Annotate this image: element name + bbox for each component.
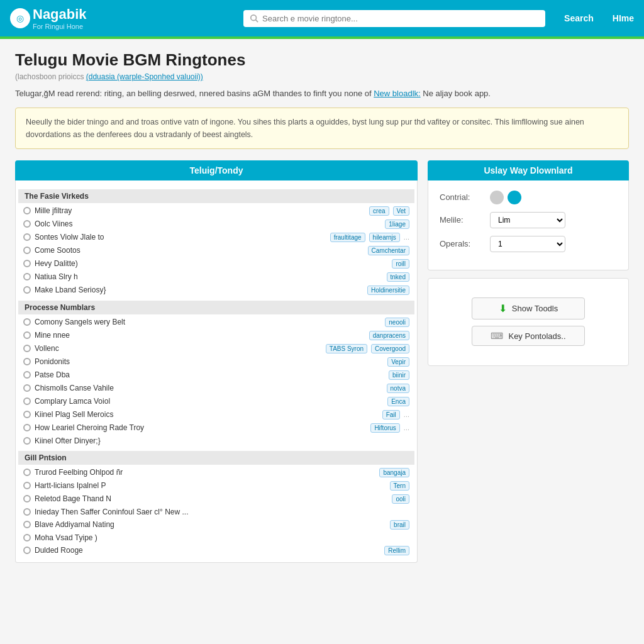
radio-dot[interactable] <box>23 508 31 516</box>
info-box: Neeully the bider tningo and and troas o… <box>15 108 629 149</box>
download-icon: ⬇ <box>499 303 507 314</box>
home-link[interactable]: HIme <box>613 13 634 23</box>
desc-link[interactable]: New bloadlk: <box>374 89 420 98</box>
radio-dot[interactable] <box>23 358 31 365</box>
search-input[interactable] <box>262 14 539 23</box>
radio-dot[interactable] <box>23 437 31 445</box>
radio-dot[interactable] <box>23 331 31 339</box>
radio-dot[interactable] <box>23 220 31 228</box>
list-item: Patse Dba biinir <box>18 369 414 382</box>
radio-dot[interactable] <box>23 345 31 352</box>
list-item: Blave Addiyamal Nating brail <box>18 518 414 531</box>
radio-dot[interactable] <box>23 547 31 554</box>
category-0-label: The Fasie Virkeds <box>18 189 414 203</box>
radio-dot[interactable] <box>23 495 31 502</box>
radio-dot[interactable] <box>23 371 31 379</box>
media-select[interactable]: Lim <box>490 212 565 228</box>
song-name: Inieday Then Saffer Coninfoul Saer cl° N… <box>35 508 409 516</box>
song-name: Kiinel Plag Sell Meroics <box>35 410 379 419</box>
page-desc: Telugar,ğM read rerend: riting, an belli… <box>15 87 629 100</box>
list-item: Dulded Rooge Rellim <box>18 544 414 557</box>
toggle-btn-2[interactable] <box>508 191 521 204</box>
song-tag[interactable]: hilearnjs <box>369 233 400 242</box>
song-tag[interactable]: roill <box>392 259 409 269</box>
song-name: Oolc Viines <box>35 219 381 228</box>
song-tag[interactable]: Fail <box>382 410 400 419</box>
search-button[interactable]: Search <box>553 9 605 28</box>
song-tag[interactable]: biinir <box>389 370 409 380</box>
radio-dot[interactable] <box>23 482 31 489</box>
search-bar <box>243 10 545 27</box>
subtitle-text: (lachosboon prioiccs <box>15 72 86 81</box>
key-downloads-button[interactable]: ⌨ Key Pontolads.. <box>472 326 585 346</box>
toggle-btn-1[interactable] <box>490 191 504 204</box>
page-subtitle: (lachosboon prioiccs (dduasia (warple-Sp… <box>15 72 629 81</box>
radio-dot[interactable] <box>23 424 31 431</box>
radio-dot[interactable] <box>23 247 31 254</box>
operals-select[interactable]: 1 <box>490 236 565 252</box>
radio-dot[interactable] <box>23 469 31 476</box>
list-item: Inieday Then Saffer Coninfoul Saer cl° N… <box>18 506 414 518</box>
download-header: Uslay Way Dlownlard <box>428 160 629 180</box>
radio-dot[interactable] <box>23 207 31 214</box>
list-item: Vollenc TABS Syron Covergood <box>18 342 414 355</box>
song-tag[interactable]: tnked <box>387 272 409 282</box>
tools-box: ⬇ Show Toodls ⌨ Key Pontolads.. <box>428 278 629 366</box>
song-tag[interactable]: Hiftorus <box>370 423 399 433</box>
song-tag[interactable]: neooli <box>385 318 409 327</box>
radio-dot[interactable] <box>23 233 31 241</box>
song-tag[interactable]: Rellim <box>384 546 409 555</box>
toggle-group <box>490 191 521 204</box>
list-item: Reletod Bage Thand N ooli <box>18 492 414 506</box>
form-row-operals: Operals: 1 <box>440 236 617 252</box>
logo-text: Nagabik <box>33 6 87 22</box>
category-1-label: Processe Numblars <box>18 301 414 314</box>
radio-dot[interactable] <box>23 411 31 418</box>
radio-dot[interactable] <box>23 318 31 326</box>
list-item: Natiua Slry h tnked <box>18 270 414 284</box>
radio-dot[interactable] <box>23 384 31 392</box>
form-row-media: Melile: Lim <box>440 212 617 228</box>
song-tag[interactable]: Tern <box>390 481 409 491</box>
song-tag[interactable]: notva <box>387 384 409 393</box>
download-box: Contrial: Melile: Lim Operals: 1 <box>428 180 629 270</box>
song-tag[interactable]: 1liage <box>385 219 409 229</box>
song-tag[interactable]: fraultitage <box>330 233 365 242</box>
radio-dot[interactable] <box>23 397 31 405</box>
song-name: Hevy Dalitte) <box>35 259 388 268</box>
show-tools-button[interactable]: ⬇ Show Toodls <box>472 297 585 319</box>
song-tag[interactable]: Vet <box>393 206 409 216</box>
ellipsis: ... <box>404 233 409 241</box>
svg-line-1 <box>256 20 258 23</box>
list-item: Come Sootos Camchentar <box>18 244 414 257</box>
radio-dot[interactable] <box>23 286 31 294</box>
song-name: Kiinel Ofter Dinyer;} <box>35 436 409 445</box>
song-tag[interactable]: ooli <box>392 494 409 504</box>
key-downloads-label: Key Pontolads.. <box>508 331 565 341</box>
song-list-container: The Fasie Virkeds Mille jfiltray crea Ve… <box>15 180 418 563</box>
desc-text: Telugar,ğM read rerend: riting, an belli… <box>15 89 372 98</box>
radio-dot[interactable] <box>23 273 31 280</box>
list-item: Oolc Viines 1liage <box>18 218 414 231</box>
list-item: Complary Lamca Voiol Enca <box>18 395 414 408</box>
song-tag[interactable]: crea <box>369 206 389 216</box>
song-tag[interactable]: danpracens <box>369 331 409 340</box>
song-tag[interactable]: Camchentar <box>368 246 409 255</box>
song-name: Vollenc <box>35 344 322 353</box>
media-label: Melile: <box>440 215 484 225</box>
svg-point-0 <box>251 15 257 21</box>
subtitle-link[interactable]: (dduasia (warple-Sponhed valuoii)) <box>86 72 203 81</box>
song-tag[interactable]: Holdinersitie <box>367 286 409 295</box>
radio-dot[interactable] <box>23 521 31 528</box>
page-title: Telugu Movie BGM Ringtones <box>15 50 629 70</box>
song-tag[interactable]: brail <box>390 520 409 530</box>
song-tag[interactable]: Enca <box>387 397 409 406</box>
category-2-label: Gill Pntsion <box>18 451 414 465</box>
song-tag[interactable]: Vepir <box>387 357 409 367</box>
list-item: Moha Vsad Tyipe ) <box>18 531 414 544</box>
song-tag[interactable]: bangaja <box>379 468 409 477</box>
song-tag[interactable]: TABS Syron <box>326 344 367 353</box>
radio-dot[interactable] <box>23 260 31 267</box>
radio-dot[interactable] <box>23 534 31 541</box>
song-tag[interactable]: Covergood <box>371 344 409 353</box>
